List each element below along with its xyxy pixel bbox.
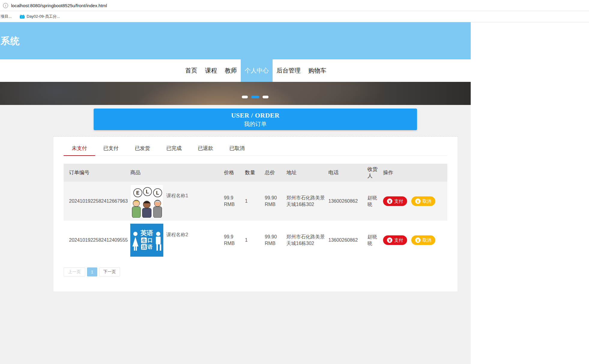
order-status-tabs: 未支付 已支付 已发货 已完成 已退款 已取消 bbox=[64, 140, 447, 156]
orders-table: 订单编号 商品 价格 数量 总价 地址 电话 收货人 操作 2024101922… bbox=[64, 164, 447, 260]
main-nav: 首页 课程 教师 个人中心 后台管理 购物车 bbox=[0, 59, 471, 82]
cancel-button[interactable]: ¥ 取消 bbox=[411, 235, 435, 245]
browser-url-bar: i localhost:8080/springboot8525u/front/i… bbox=[0, 0, 589, 11]
product-image[interactable]: E L L bbox=[130, 185, 163, 218]
nav-item-personal-center[interactable]: 个人中心 bbox=[241, 59, 273, 82]
table-row: 2024101922582412667963 E L L bbox=[64, 182, 447, 221]
cancel-button[interactable]: ¥ 取消 bbox=[411, 196, 435, 206]
header-quantity: 数量 bbox=[245, 169, 265, 176]
cell-quantity: 1 bbox=[245, 237, 265, 243]
pay-button[interactable]: ¥ 支付 bbox=[383, 196, 407, 206]
cell-total: 99.90 RMB bbox=[265, 195, 286, 208]
nav-item-cart[interactable]: 购物车 bbox=[304, 59, 330, 82]
svg-text:口: 口 bbox=[148, 237, 153, 243]
carousel-dot-3[interactable] bbox=[263, 96, 269, 98]
cell-actions: ¥ 支付 ¥ 取消 bbox=[383, 196, 447, 206]
bookmark-label: Day02-09-员工分... bbox=[27, 14, 60, 19]
header-order-no: 订单编号 bbox=[64, 169, 130, 176]
svg-text:语: 语 bbox=[147, 244, 153, 250]
content-area: USER / ORDER 我的订单 未支付 已支付 已发货 已完成 已退款 已取… bbox=[0, 105, 471, 364]
pay-label: 支付 bbox=[394, 237, 403, 243]
bookmarks-bar: 项目... Day02-09-员工分... bbox=[0, 11, 589, 22]
svg-text:英语: 英语 bbox=[140, 229, 153, 236]
cell-total: 99.90 RMB bbox=[265, 234, 286, 247]
cell-address: 郑州市石化路美景天城16栋302 bbox=[286, 234, 328, 247]
product-name[interactable]: 课程名称2 bbox=[166, 231, 188, 238]
carousel-dots bbox=[242, 96, 269, 98]
header-address: 地址 bbox=[286, 169, 328, 176]
cell-order-no: 2024101922582412409555 bbox=[64, 237, 130, 243]
orders-card: 未支付 已支付 已发货 已完成 已退款 已取消 订单编号 商品 价格 数量 总价… bbox=[53, 136, 458, 291]
tab-paid[interactable]: 已支付 bbox=[95, 140, 127, 156]
tab-completed[interactable]: 已完成 bbox=[158, 140, 190, 156]
svg-text:E: E bbox=[136, 190, 140, 195]
pagination-prev[interactable]: 上一页 bbox=[64, 267, 85, 276]
yen-icon: ¥ bbox=[415, 198, 421, 204]
address-bar-url[interactable]: localhost:8080/springboot8525u/front/ind… bbox=[11, 3, 107, 8]
cell-phone: 13600260862 bbox=[328, 237, 367, 243]
site-title: 系统 bbox=[0, 22, 471, 47]
pay-button[interactable]: ¥ 支付 bbox=[383, 235, 407, 245]
pagination-next[interactable]: 下一页 bbox=[99, 267, 120, 276]
svg-text:L: L bbox=[156, 190, 159, 195]
cell-phone: 13600260862 bbox=[328, 198, 367, 204]
carousel-banner[interactable] bbox=[0, 82, 471, 105]
cell-price: 99.9 RMB bbox=[224, 234, 245, 247]
bookmark-label: 项目... bbox=[1, 14, 12, 19]
svg-text:生: 生 bbox=[141, 238, 146, 243]
header-actions: 操作 bbox=[383, 169, 447, 176]
banner-title-en: USER / ORDER bbox=[94, 112, 417, 119]
yen-icon: ¥ bbox=[415, 237, 421, 243]
pagination-current-page[interactable]: 1 bbox=[87, 267, 97, 276]
yen-icon: ¥ bbox=[387, 198, 392, 204]
cell-price: 99.9 RMB bbox=[224, 195, 245, 208]
svg-text:L: L bbox=[146, 189, 149, 194]
cell-address: 郑州市石化路美景天城16栋302 bbox=[286, 195, 328, 208]
bookmark-day02[interactable]: Day02-09-员工分... bbox=[20, 14, 60, 19]
pay-label: 支付 bbox=[394, 198, 403, 204]
pagination: 上一页 1 下一页 bbox=[64, 267, 447, 276]
header-consignee: 收货人 bbox=[367, 166, 383, 179]
yen-icon: ¥ bbox=[387, 237, 392, 243]
carousel-dot-1[interactable] bbox=[242, 96, 248, 98]
header-phone: 电话 bbox=[328, 169, 367, 176]
product-name[interactable]: 课程名称1 bbox=[166, 192, 188, 199]
cell-quantity: 1 bbox=[245, 198, 265, 204]
product-image[interactable]: 英语 生 口 活 语 bbox=[130, 224, 163, 257]
tab-cancelled[interactable]: 已取消 bbox=[221, 140, 253, 156]
header-product: 商品 bbox=[130, 169, 224, 176]
bookmark-project[interactable]: 项目... bbox=[1, 14, 12, 19]
page-title-banner: USER / ORDER 我的订单 bbox=[94, 109, 417, 130]
tab-unpaid[interactable]: 未支付 bbox=[64, 140, 95, 156]
cancel-label: 取消 bbox=[422, 198, 431, 204]
cell-consignee: 赵晓晓 bbox=[367, 195, 383, 208]
nav-item-admin[interactable]: 后台管理 bbox=[273, 59, 304, 82]
tab-refunded[interactable]: 已退款 bbox=[190, 140, 221, 156]
page-info-icon[interactable]: i bbox=[3, 3, 8, 8]
table-row: 2024101922582412409555 英语 bbox=[64, 221, 447, 260]
cell-consignee: 赵晓晓 bbox=[367, 234, 383, 247]
cell-actions: ¥ 支付 ¥ 取消 bbox=[383, 235, 447, 245]
nav-item-courses[interactable]: 课程 bbox=[201, 59, 221, 82]
cell-product: E L L bbox=[130, 185, 224, 218]
tab-shipped[interactable]: 已发货 bbox=[127, 140, 158, 156]
banner-title-zh: 我的订单 bbox=[94, 120, 417, 128]
carousel-dot-2[interactable] bbox=[251, 96, 259, 98]
page: 系统 首页 课程 教师 个人中心 后台管理 购物车 USER / ORDER 我… bbox=[0, 22, 471, 364]
tv-icon bbox=[20, 14, 25, 19]
cell-product: 英语 生 口 活 语 课程名称2 bbox=[130, 224, 224, 257]
table-header-row: 订单编号 商品 价格 数量 总价 地址 电话 收货人 操作 bbox=[64, 164, 447, 182]
cell-order-no: 2024101922582412667963 bbox=[64, 198, 130, 204]
header-total: 总价 bbox=[265, 169, 286, 176]
cancel-label: 取消 bbox=[422, 237, 431, 243]
site-header: 系统 bbox=[0, 22, 471, 59]
header-price: 价格 bbox=[224, 169, 245, 176]
nav-item-home[interactable]: 首页 bbox=[181, 59, 201, 82]
svg-text:活: 活 bbox=[141, 244, 146, 249]
nav-item-teachers[interactable]: 教师 bbox=[221, 59, 241, 82]
